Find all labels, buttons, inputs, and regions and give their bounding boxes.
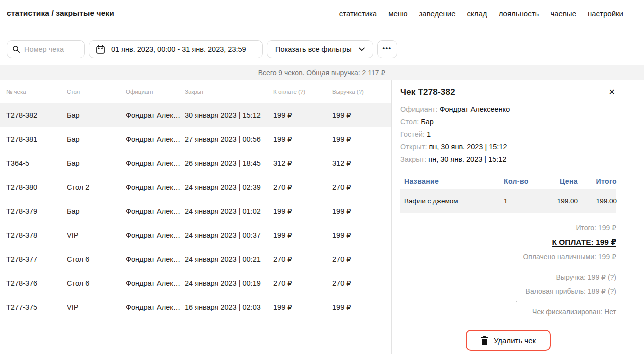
receipt-search-box[interactable]	[7, 40, 85, 58]
receipt-to-pay: 270 ₽	[274, 280, 332, 288]
paid-cash-line: Оплачено наличными: 199 ₽	[400, 250, 616, 264]
receipt-id: T278-379	[6, 208, 67, 216]
receipt-to-pay: 312 ₽	[274, 160, 332, 168]
col-to-pay: К оплате (?)	[274, 89, 332, 95]
receipt-id: T278-382	[6, 112, 67, 120]
delete-receipt-button[interactable]: Удалить чек	[466, 330, 551, 351]
items-header-row: Название Кол-во Цена Итого	[400, 174, 616, 189]
receipt-to-pay: 199 ₽	[274, 304, 332, 312]
receipt-to-pay: 199 ₽	[274, 208, 332, 216]
receipt-waiter: Фондрат Алекс...	[126, 160, 185, 168]
receipt-waiter: Фондрат Алекс...	[126, 256, 185, 264]
receipt-closed: 24 января 2023 | 00:21	[185, 256, 274, 264]
nav-settings[interactable]: настройки	[588, 10, 624, 18]
receipt-closed: 27 января 2023 | 00:56	[185, 136, 274, 144]
receipt-table: Бар	[67, 136, 126, 144]
totals-divider	[516, 302, 616, 302]
table-row[interactable]: T277-375 VIP Фондрат Алекс... 16 января …	[0, 296, 392, 320]
receipt-to-pay: 270 ₽	[274, 256, 332, 264]
receipt-revenue: 199 ₽	[332, 232, 392, 240]
nav-warehouse[interactable]: склад	[468, 10, 488, 18]
nav-venue[interactable]: заведение	[419, 10, 456, 18]
items-col-qty: Кол-во	[504, 178, 539, 186]
nav-loyalty[interactable]: лояльность	[499, 10, 540, 18]
subtotal-line: Итого: 199 ₽	[400, 221, 616, 235]
summary-bar: Всего 9 чеков. Общая выручка: 2 117 ₽	[0, 66, 644, 80]
receipt-closed: 16 января 2023 | 02:03	[185, 304, 274, 312]
date-range-button[interactable]: 01 янв. 2023, 00:00 - 31 янв. 2023, 23:5…	[89, 40, 263, 58]
nav-menu[interactable]: меню	[388, 10, 408, 18]
receipt-revenue: 270 ₽	[332, 184, 392, 192]
to-pay-line: К ОПЛАТЕ: 199 ₽	[400, 235, 616, 250]
receipt-revenue: 199 ₽	[332, 304, 392, 312]
table-header-row: № чека Стол Официант Закрыт К оплате (?)…	[0, 80, 392, 104]
table-row[interactable]: T278-381 Бар Фондрат Алекс... 27 января …	[0, 128, 392, 152]
table-row[interactable]: T278-377 Стол 6 Фондрат Алекс... 24 янва…	[0, 248, 392, 272]
gross-profit-line: Валовая прибыль: 189 ₽ (?)	[400, 284, 616, 298]
table-row[interactable]: T278-378 VIP Фондрат Алекс... 24 января …	[0, 224, 392, 248]
receipt-table: Бар	[67, 208, 126, 216]
table-row[interactable]: T278-376 Стол 6 Фондрат Алекс... 24 янва…	[0, 272, 392, 296]
receipt-waiter: Фондрат Алекс...	[126, 184, 185, 192]
more-filters-button[interactable]: •••	[378, 40, 398, 58]
summary-text: Всего 9 чеков. Общая выручка: 2 117 ₽	[258, 69, 386, 77]
table-row[interactable]: T278-382 Бар Фондрат Алекс... 30 января …	[0, 104, 392, 128]
item-row: Вафли с джемом 1 199.00 199.00	[400, 189, 616, 213]
totals-divider	[522, 267, 616, 268]
search-input[interactable]	[24, 46, 80, 54]
receipts-table: № чека Стол Официант Закрыт К оплате (?)…	[0, 80, 392, 320]
breadcrumb: статистика / закрытые чеки	[7, 9, 114, 18]
receipt-waiter: Фондрат Алекс...	[126, 112, 185, 120]
receipt-id: T364-5	[6, 160, 67, 168]
receipt-waiter: Фондрат Алекс...	[126, 280, 185, 288]
detail-opened: Открыт: пн, 30 янв. 2023 | 15:12	[400, 141, 616, 154]
panel-title: Чек T278-382	[400, 88, 456, 98]
table-row[interactable]: T364-5 Бар Фондрат Алекс... 26 января 20…	[0, 152, 392, 176]
receipt-to-pay: 199 ₽	[274, 136, 332, 144]
receipt-id: T278-380	[6, 184, 67, 192]
topbar: статистика / закрытые чеки статистика ме…	[0, 0, 644, 22]
receipt-closed: 24 января 2023 | 00:37	[185, 232, 274, 240]
nav-tips[interactable]: чаевые	[550, 10, 576, 18]
items-col-price: Цена	[539, 178, 578, 186]
receipt-table: Бар	[67, 112, 126, 120]
item-price: 199.00	[539, 198, 578, 205]
receipt-table: VIP	[67, 304, 126, 312]
show-all-filters-button[interactable]: Показать все фильтры	[267, 40, 374, 58]
table-row[interactable]: T278-380 Стол 2 Фондрат Алекс... 24 янва…	[0, 176, 392, 200]
receipt-waiter: Фондрат Алекс...	[126, 208, 185, 216]
receipt-totals: Итого: 199 ₽ К ОПЛАТЕ: 199 ₽ Оплачено на…	[400, 221, 616, 319]
detail-waiter: Официант: Фондрат Алексеенко	[400, 104, 616, 116]
receipt-detail-panel: Чек T278-382 ✕ Официант: Фондрат Алексее…	[392, 80, 644, 354]
receipt-waiter: Фондрат Алекс...	[126, 232, 185, 240]
receipt-table: Стол 2	[67, 184, 126, 192]
close-icon[interactable]: ✕	[608, 88, 616, 98]
filter-bar: 01 янв. 2023, 00:00 - 31 янв. 2023, 23:5…	[7, 40, 398, 58]
delete-receipt-label: Удалить чек	[494, 336, 536, 345]
col-table: Стол	[67, 89, 126, 95]
receipt-table: Бар	[67, 160, 126, 168]
item-name: Вафли с джемом	[404, 198, 504, 205]
receipt-closed: 24 января 2023 | 01:02	[185, 208, 274, 216]
receipt-revenue: 312 ₽	[332, 160, 392, 168]
detail-guests: Гостей: 1	[400, 128, 616, 141]
receipt-closed: 24 января 2023 | 02:39	[185, 184, 274, 192]
receipt-id: T277-375	[6, 304, 67, 312]
receipt-revenue: 199 ₽	[332, 112, 392, 120]
chevron-down-icon	[359, 48, 365, 52]
show-all-filters-label: Показать все фильтры	[276, 46, 352, 54]
fiscalized-line: Чек фискализирован: Нет	[400, 305, 616, 319]
receipt-id: T278-376	[6, 280, 67, 288]
calendar-icon	[96, 46, 105, 54]
item-qty: 1	[504, 198, 539, 205]
receipt-id: T278-378	[6, 232, 67, 240]
detail-table: Стол: Бар	[400, 116, 616, 128]
table-row[interactable]: T278-379 Бар Фондрат Алекс... 24 января …	[0, 200, 392, 224]
receipt-id: T278-377	[6, 256, 67, 264]
receipt-waiter: Фондрат Алекс...	[126, 136, 185, 144]
nav-statistics[interactable]: статистика	[340, 10, 377, 18]
col-revenue: Выручка (?)	[332, 89, 392, 95]
search-icon	[12, 46, 20, 54]
receipt-closed: 26 января 2023 | 18:45	[185, 160, 274, 168]
detail-closed: Закрыт: пн, 30 янв. 2023 | 15:12	[400, 154, 616, 166]
